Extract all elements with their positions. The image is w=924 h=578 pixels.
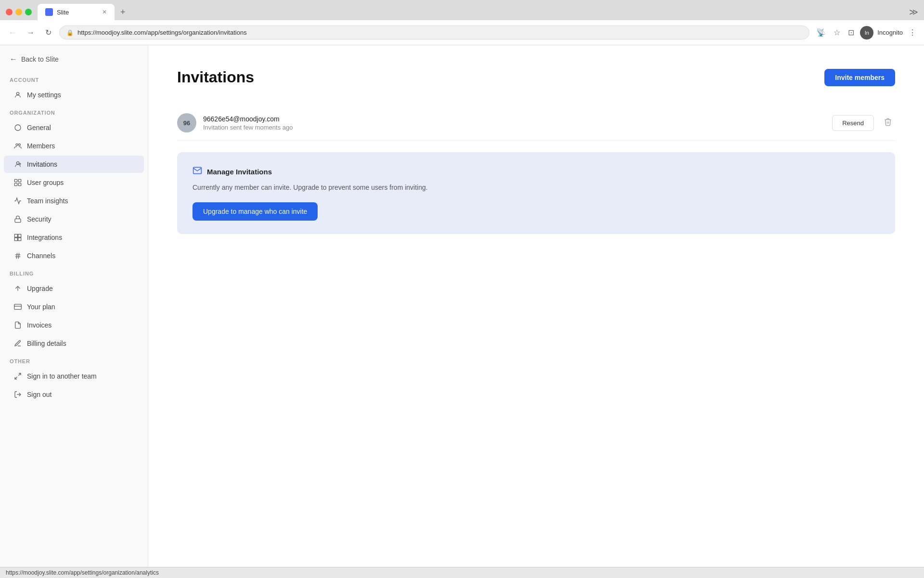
maximize-button[interactable]	[25, 9, 32, 15]
browser-extension-icon[interactable]: ⊡	[846, 26, 856, 39]
invoices-icon	[13, 321, 22, 329]
invitation-row: 96 96626e54@moodjoy.com Invitation sent …	[177, 105, 895, 141]
security-icon	[13, 215, 22, 223]
sidebar-item-security[interactable]: Security	[4, 210, 144, 228]
close-button[interactable]	[6, 9, 13, 15]
resend-button[interactable]: Resend	[832, 115, 874, 131]
sidebar-item-general[interactable]: General	[4, 119, 144, 136]
members-icon	[13, 142, 22, 150]
minimize-button[interactable]	[15, 9, 22, 15]
svg-rect-8	[18, 179, 21, 182]
svg-point-0	[16, 92, 19, 95]
sidebar-item-sign-out[interactable]: Sign out	[4, 386, 144, 403]
reload-button[interactable]: ↻	[42, 26, 54, 39]
team-insights-icon	[13, 197, 22, 205]
team-insights-label: Team insights	[27, 197, 68, 205]
main-content: Invitations Invite members 96 96626e54@m…	[148, 45, 924, 578]
sign-in-another-icon	[13, 372, 22, 381]
back-nav-button[interactable]: ←	[6, 26, 19, 39]
forward-nav-button[interactable]: →	[24, 26, 38, 39]
invitations-icon	[13, 160, 22, 169]
user-groups-label: User groups	[27, 179, 64, 186]
tab-close-icon[interactable]: ✕	[102, 9, 107, 15]
billing-details-label: Billing details	[27, 340, 66, 347]
browser-menu-button[interactable]: ⋮	[907, 26, 918, 39]
svg-rect-10	[18, 183, 21, 185]
page-title: Invitations	[177, 68, 254, 86]
sign-out-icon	[13, 390, 22, 399]
svg-rect-11	[15, 219, 21, 222]
sidebar-item-team-insights[interactable]: Team insights	[4, 192, 144, 210]
integrations-icon	[13, 233, 22, 242]
invoices-label: Invoices	[27, 321, 51, 329]
sidebar-item-channels[interactable]: Channels	[4, 247, 144, 264]
your-plan-icon	[13, 302, 22, 311]
general-icon	[13, 123, 22, 132]
svg-rect-14	[14, 238, 17, 241]
back-to-slite-link[interactable]: ← Back to Slite	[0, 45, 148, 71]
address-bar[interactable]: 🔒 https://moodjoy.slite.com/app/settings…	[59, 26, 809, 39]
svg-point-2	[16, 144, 18, 145]
integrations-label: Integrations	[27, 234, 62, 241]
user-groups-icon	[13, 178, 22, 187]
profile-label: In	[865, 30, 869, 36]
bookmark-icon[interactable]: ☆	[832, 26, 842, 39]
invitation-email: 96626e54@moodjoy.com	[203, 115, 825, 123]
general-label: General	[27, 124, 51, 131]
channels-label: Channels	[27, 252, 55, 260]
status-url: https://moodjoy.slite.com/app/settings/o…	[6, 569, 159, 576]
upgrade-icon	[13, 284, 22, 293]
lock-icon: 🔒	[66, 29, 74, 36]
sidebar-item-my-settings[interactable]: My settings	[4, 86, 144, 104]
svg-line-23	[18, 373, 21, 376]
security-label: Security	[27, 215, 51, 223]
cast-icon[interactable]: 📡	[814, 26, 828, 39]
svg-line-19	[18, 253, 19, 259]
active-tab[interactable]: Slite ✕	[38, 4, 115, 20]
sidebar-item-user-groups[interactable]: User groups	[4, 174, 144, 191]
other-section-label: OTHER	[0, 353, 148, 367]
tab-menu-icon[interactable]: ≫	[909, 7, 918, 17]
svg-line-24	[15, 377, 17, 379]
address-bar-row: ← → ↻ 🔒 https://moodjoy.slite.com/app/se…	[0, 20, 924, 45]
manage-invitations-card: Manage Invitations Currently any member …	[177, 152, 895, 234]
invitations-label: Invitations	[27, 160, 57, 168]
tab-title: Slite	[57, 9, 69, 16]
window-controls	[6, 9, 32, 15]
svg-rect-7	[14, 179, 17, 182]
org-section-label: ORGANIZATION	[0, 104, 148, 118]
svg-rect-15	[18, 238, 21, 241]
billing-details-icon	[13, 339, 22, 348]
back-arrow-icon: ←	[10, 55, 17, 64]
sidebar-item-your-plan[interactable]: Your plan	[4, 298, 144, 315]
incognito-label: Incognito	[877, 29, 903, 36]
avatar: 96	[177, 113, 196, 132]
sign-out-label: Sign out	[27, 391, 51, 398]
sidebar-item-upgrade[interactable]: Upgrade	[4, 280, 144, 297]
back-label: Back to Slite	[21, 55, 59, 63]
new-tab-button[interactable]: +	[116, 7, 129, 17]
svg-rect-12	[14, 234, 17, 237]
person-icon	[13, 91, 22, 99]
delete-invitation-button[interactable]	[881, 115, 895, 131]
sidebar-item-integrations[interactable]: Integrations	[4, 229, 144, 246]
tab-favicon	[45, 8, 53, 16]
tab-bar: Slite ✕ + ≫	[0, 0, 924, 20]
sidebar-item-invitations[interactable]: Invitations	[4, 156, 144, 173]
profile-button[interactable]: In	[860, 26, 873, 39]
envelope-icon	[192, 166, 202, 178]
invite-members-button[interactable]: Invite members	[824, 69, 895, 86]
status-bar: https://moodjoy.slite.com/app/settings/o…	[0, 567, 924, 578]
sidebar-item-members[interactable]: Members	[4, 137, 144, 155]
svg-point-4	[16, 162, 19, 164]
sign-in-another-label: Sign in to another team	[27, 372, 97, 380]
your-plan-label: Your plan	[27, 303, 55, 311]
upgrade-to-manage-button[interactable]: Upgrade to manage who can invite	[192, 202, 318, 221]
sidebar-item-sign-in-another[interactable]: Sign in to another team	[4, 368, 144, 385]
app-layout: ← Back to Slite ACCOUNT My settings ORGA…	[0, 45, 924, 578]
sidebar-item-billing-details[interactable]: Billing details	[4, 335, 144, 352]
invitation-status: Invitation sent few moments ago	[203, 124, 825, 131]
members-label: Members	[27, 142, 55, 150]
sidebar-item-invoices[interactable]: Invoices	[4, 316, 144, 334]
svg-rect-13	[18, 234, 21, 237]
